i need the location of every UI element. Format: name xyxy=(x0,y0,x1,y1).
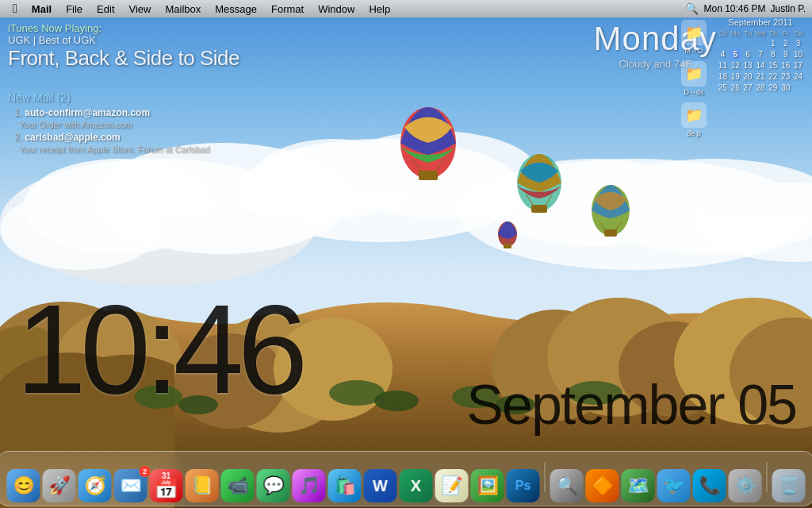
itunes-artist: UGK | Best of UGK xyxy=(8,34,239,46)
dock-spotlight[interactable]: 🔍 xyxy=(550,469,584,502)
desktop-icon-1[interactable]: 📁 M↔D xyxy=(675,20,713,55)
menubar-search-icon[interactable]: 🔍 xyxy=(685,2,699,15)
cal-day-empty xyxy=(792,83,804,93)
itunes-song: Front, Back & Side to Side xyxy=(8,46,239,71)
menu-mail[interactable]: Mail xyxy=(25,0,58,17)
cal-day-19: 19 xyxy=(730,71,741,82)
mail-item-1: 1. auto-confirm@amazon.com xyxy=(14,107,210,118)
menubar:  Mail File Edit View Mailbox Message Fo… xyxy=(0,0,812,17)
cal-day-21: 21 xyxy=(755,71,767,82)
cal-day-3: 3 xyxy=(792,38,804,48)
dock-finder[interactable]: 😊 xyxy=(7,469,40,502)
dock-ical[interactable]: 31 📅 xyxy=(150,469,183,502)
calendar-widget: September 2011 Su Mo Tu We Th Fr Sa 1 2 … xyxy=(717,17,804,93)
cal-day-2: 2 xyxy=(779,38,791,48)
dock-mail[interactable]: ✉️ 2 xyxy=(114,469,147,502)
dock-separator xyxy=(545,462,546,492)
apple-menu[interactable]:  xyxy=(6,0,24,17)
dock-messages[interactable]: 💬 xyxy=(257,469,290,502)
dock-excel[interactable]: X xyxy=(400,469,433,502)
mail-item-1-num: 1. xyxy=(14,107,25,118)
menu-message[interactable]: Message xyxy=(209,0,263,17)
desktop-icon-3-img: 📁 xyxy=(681,102,707,128)
desktop:  Mail File Edit View Mailbox Message Fo… xyxy=(0,0,812,508)
dock-system-prefs[interactable]: ⚙️ xyxy=(729,469,762,502)
desktop-icon-1-img: 📁 xyxy=(681,20,707,45)
cal-hdr-th: Th xyxy=(767,29,779,37)
cal-hdr-we: We xyxy=(755,29,767,37)
cal-day-28: 28 xyxy=(755,83,767,93)
dock-separator-2 xyxy=(767,462,768,492)
cal-day-11: 11 xyxy=(717,60,729,71)
cal-day-17: 17 xyxy=(792,60,804,71)
cal-day-29: 29 xyxy=(767,83,779,93)
desktop-icon-2[interactable]: 📁 D↔ds xyxy=(675,61,713,96)
mail-header: New Mail (2) xyxy=(8,91,210,104)
menu-format[interactable]: Format xyxy=(265,0,310,17)
dock-safari[interactable]: 🧭 xyxy=(79,469,112,502)
dock-launchpad[interactable]: 🚀 xyxy=(43,469,76,502)
menu-view[interactable]: View xyxy=(123,0,158,17)
mail-sender-2: carlsbad@apple.com xyxy=(25,132,120,143)
dock-facetime[interactable]: 📹 xyxy=(221,469,255,502)
dock-skype[interactable]: 📞 xyxy=(693,469,726,502)
dock-addressbook[interactable]: 📒 xyxy=(186,469,219,502)
dock-twitter[interactable]: 🐦 xyxy=(657,469,691,502)
dock-word[interactable]: W xyxy=(364,469,397,502)
cal-day-16: 16 xyxy=(779,60,791,71)
cal-day-empty xyxy=(730,38,741,48)
desktop-icons: 📁 M↔D 📁 D↔ds 📁 de p xyxy=(675,20,713,137)
cal-grid: Su Mo Tu We Th Fr Sa 1 2 3 4 5 6 7 xyxy=(717,29,804,93)
cal-day-26: 26 xyxy=(730,83,741,93)
mail-subject-2: Your receipt from Apple Store, Forum at … xyxy=(19,144,210,154)
date-widget: September 05 xyxy=(466,377,796,433)
menubar-left:  Mail File Edit View Mailbox Message Fo… xyxy=(6,0,396,17)
menu-help[interactable]: Help xyxy=(362,0,396,17)
menu-edit[interactable]: Edit xyxy=(90,0,121,17)
cal-day-15: 15 xyxy=(767,60,779,71)
cal-day-1: 1 xyxy=(767,38,779,48)
cal-day-27: 27 xyxy=(742,83,754,93)
menubar-user: Justin P. xyxy=(771,3,806,14)
dock-vlc[interactable]: 🔶 xyxy=(586,469,619,502)
cal-day-12: 12 xyxy=(730,60,741,71)
dock-appstore[interactable]: 🛍️ xyxy=(328,469,362,502)
cal-day-8: 8 xyxy=(767,49,779,60)
cal-day-empty xyxy=(742,38,754,48)
desktop-icon-3-label: de p xyxy=(687,129,701,137)
dock-mail-badge: 2 xyxy=(140,466,151,477)
cal-day-13: 13 xyxy=(742,60,754,71)
menubar-time: Mon 10:46 PM xyxy=(703,3,765,14)
cal-month: September 2011 xyxy=(717,17,804,27)
cal-day-20: 20 xyxy=(742,71,754,82)
cal-day-25: 25 xyxy=(717,83,729,93)
cal-day-23: 23 xyxy=(779,71,791,82)
menu-window[interactable]: Window xyxy=(312,0,361,17)
menu-mailbox[interactable]: Mailbox xyxy=(159,0,207,17)
mail-sender-1: auto-confirm@amazon.com xyxy=(25,107,150,118)
clock-widget: 10:46 xyxy=(16,286,301,413)
widgets-layer:  Mail File Edit View Mailbox Message Fo… xyxy=(0,0,812,508)
cal-hdr-su: Su xyxy=(717,29,729,37)
desktop-icon-2-label: D↔ds xyxy=(684,88,703,96)
dock-trash[interactable]: 🗑️ xyxy=(772,469,806,502)
desktop-icon-3[interactable]: 📁 de p xyxy=(675,102,713,137)
cal-day-24: 24 xyxy=(792,71,804,82)
cal-day-18: 18 xyxy=(717,71,729,82)
dock-maps[interactable]: 🗺️ xyxy=(622,469,655,502)
cal-day-5-today: 5 xyxy=(730,49,741,60)
dock-preview[interactable]: 🖼️ xyxy=(471,469,504,502)
dock-photoshop[interactable]: Ps xyxy=(507,469,540,502)
cal-day-9: 9 xyxy=(779,49,791,60)
cal-day-22: 22 xyxy=(767,71,779,82)
cal-hdr-mo: Mo xyxy=(730,29,741,37)
cal-day-30: 30 xyxy=(779,83,791,93)
cal-day-14: 14 xyxy=(755,60,767,71)
cal-hdr-sa: Sa xyxy=(792,29,804,37)
menu-file[interactable]: File xyxy=(59,0,89,17)
mail-widget: New Mail (2) 1. auto-confirm@amazon.com … xyxy=(8,91,210,154)
cal-hdr-tu: Tu xyxy=(742,29,754,37)
dock: 😊 🚀 🧭 ✉️ 2 31 📅 📒 📹 💬 🎵 🛍️ W X 📝 🖼️ xyxy=(0,451,812,506)
dock-itunes[interactable]: 🎵 xyxy=(293,469,326,502)
dock-textedit[interactable]: 📝 xyxy=(435,469,469,502)
